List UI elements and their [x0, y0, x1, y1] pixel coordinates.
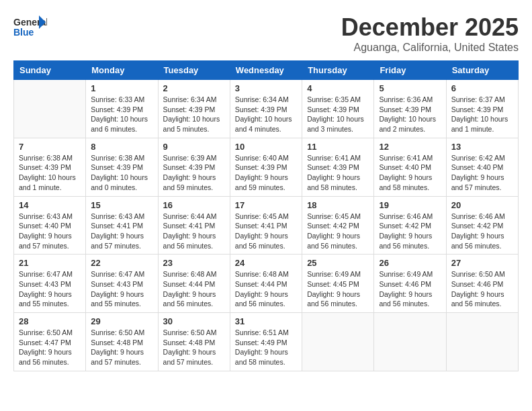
calendar-day-cell: 15Sunrise: 6:43 AM Sunset: 4:41 PM Dayli…: [86, 196, 158, 255]
calendar-empty-cell: [14, 80, 86, 138]
day-number: 8: [91, 142, 152, 152]
day-info: Sunrise: 6:36 AM Sunset: 4:39 PM Dayligh…: [379, 95, 441, 134]
calendar-day-cell: 5Sunrise: 6:36 AM Sunset: 4:39 PM Daylig…: [374, 80, 446, 138]
day-number: 16: [163, 200, 225, 210]
day-info: Sunrise: 6:39 AM Sunset: 4:39 PM Dayligh…: [163, 153, 225, 193]
day-number: 24: [235, 258, 297, 268]
day-info: Sunrise: 6:47 AM Sunset: 4:43 PM Dayligh…: [19, 269, 81, 309]
weekday-header-tuesday: Tuesday: [158, 61, 230, 80]
calendar-day-cell: 14Sunrise: 6:43 AM Sunset: 4:40 PM Dayli…: [14, 196, 86, 255]
day-number: 1: [91, 83, 152, 93]
calendar-week-row: 21Sunrise: 6:47 AM Sunset: 4:43 PM Dayli…: [14, 255, 519, 313]
day-number: 15: [91, 200, 152, 210]
calendar-day-cell: 28Sunrise: 6:50 AM Sunset: 4:47 PM Dayli…: [14, 313, 86, 371]
day-number: 2: [163, 83, 225, 93]
calendar-day-cell: 18Sunrise: 6:45 AM Sunset: 4:42 PM Dayli…: [302, 196, 374, 255]
calendar-day-cell: 10Sunrise: 6:40 AM Sunset: 4:39 PM Dayli…: [230, 138, 302, 196]
calendar-empty-cell: [374, 313, 446, 371]
day-number: 4: [307, 83, 369, 93]
calendar-day-cell: 16Sunrise: 6:44 AM Sunset: 4:41 PM Dayli…: [158, 196, 230, 255]
day-info: Sunrise: 6:42 AM Sunset: 4:40 PM Dayligh…: [451, 153, 513, 193]
calendar-week-row: 28Sunrise: 6:50 AM Sunset: 4:47 PM Dayli…: [14, 313, 519, 371]
logo-icon: General Blue: [13, 13, 47, 40]
day-info: Sunrise: 6:50 AM Sunset: 4:48 PM Dayligh…: [163, 328, 225, 367]
day-number: 13: [451, 142, 513, 152]
calendar-day-cell: 3Sunrise: 6:34 AM Sunset: 4:39 PM Daylig…: [230, 80, 302, 138]
calendar-day-cell: 4Sunrise: 6:35 AM Sunset: 4:39 PM Daylig…: [302, 80, 374, 138]
day-info: Sunrise: 6:46 AM Sunset: 4:42 PM Dayligh…: [451, 212, 513, 251]
calendar-empty-cell: [446, 313, 518, 371]
day-number: 26: [379, 258, 441, 268]
calendar-day-cell: 8Sunrise: 6:38 AM Sunset: 4:39 PM Daylig…: [86, 138, 158, 196]
day-info: Sunrise: 6:33 AM Sunset: 4:39 PM Dayligh…: [91, 95, 152, 134]
calendar-day-cell: 11Sunrise: 6:41 AM Sunset: 4:39 PM Dayli…: [302, 138, 374, 196]
day-info: Sunrise: 6:49 AM Sunset: 4:46 PM Dayligh…: [379, 269, 441, 309]
calendar-day-cell: 1Sunrise: 6:33 AM Sunset: 4:39 PM Daylig…: [86, 80, 158, 138]
calendar-day-cell: 29Sunrise: 6:50 AM Sunset: 4:48 PM Dayli…: [86, 313, 158, 371]
weekday-header-wednesday: Wednesday: [230, 61, 302, 80]
day-info: Sunrise: 6:50 AM Sunset: 4:48 PM Dayligh…: [91, 328, 152, 367]
day-number: 20: [451, 200, 513, 210]
day-number: 30: [163, 316, 225, 326]
calendar-day-cell: 31Sunrise: 6:51 AM Sunset: 4:49 PM Dayli…: [230, 313, 302, 371]
day-info: Sunrise: 6:49 AM Sunset: 4:45 PM Dayligh…: [307, 269, 369, 309]
calendar-empty-cell: [302, 313, 374, 371]
weekday-header-saturday: Saturday: [446, 61, 518, 80]
day-number: 21: [19, 258, 81, 268]
weekday-header-monday: Monday: [86, 61, 158, 80]
day-info: Sunrise: 6:50 AM Sunset: 4:47 PM Dayligh…: [19, 328, 81, 367]
calendar-day-cell: 6Sunrise: 6:37 AM Sunset: 4:39 PM Daylig…: [446, 80, 518, 138]
day-info: Sunrise: 6:34 AM Sunset: 4:39 PM Dayligh…: [163, 95, 225, 134]
day-number: 19: [379, 200, 441, 210]
day-number: 7: [19, 142, 81, 152]
day-info: Sunrise: 6:35 AM Sunset: 4:39 PM Dayligh…: [307, 95, 369, 134]
weekday-header-friday: Friday: [374, 61, 446, 80]
day-number: 25: [307, 258, 369, 268]
location-title: Aguanga, California, United States: [341, 42, 519, 54]
calendar-day-cell: 2Sunrise: 6:34 AM Sunset: 4:39 PM Daylig…: [158, 80, 230, 138]
day-info: Sunrise: 6:48 AM Sunset: 4:44 PM Dayligh…: [235, 269, 297, 309]
day-info: Sunrise: 6:50 AM Sunset: 4:46 PM Dayligh…: [451, 269, 513, 309]
day-number: 29: [91, 316, 152, 326]
day-info: Sunrise: 6:48 AM Sunset: 4:44 PM Dayligh…: [163, 269, 225, 309]
calendar-day-cell: 30Sunrise: 6:50 AM Sunset: 4:48 PM Dayli…: [158, 313, 230, 371]
calendar-day-cell: 26Sunrise: 6:49 AM Sunset: 4:46 PM Dayli…: [374, 255, 446, 313]
day-info: Sunrise: 6:47 AM Sunset: 4:43 PM Dayligh…: [91, 269, 152, 309]
calendar-day-cell: 12Sunrise: 6:41 AM Sunset: 4:40 PM Dayli…: [374, 138, 446, 196]
day-number: 9: [163, 142, 225, 152]
day-number: 12: [379, 142, 441, 152]
day-info: Sunrise: 6:41 AM Sunset: 4:40 PM Dayligh…: [379, 153, 441, 193]
day-info: Sunrise: 6:44 AM Sunset: 4:41 PM Dayligh…: [163, 212, 225, 251]
day-number: 14: [19, 200, 81, 210]
day-number: 27: [451, 258, 513, 268]
calendar-day-cell: 25Sunrise: 6:49 AM Sunset: 4:45 PM Dayli…: [302, 255, 374, 313]
day-info: Sunrise: 6:45 AM Sunset: 4:41 PM Dayligh…: [235, 212, 297, 251]
calendar-day-cell: 9Sunrise: 6:39 AM Sunset: 4:39 PM Daylig…: [158, 138, 230, 196]
day-info: Sunrise: 6:43 AM Sunset: 4:40 PM Dayligh…: [19, 212, 81, 251]
day-info: Sunrise: 6:46 AM Sunset: 4:42 PM Dayligh…: [379, 212, 441, 251]
calendar-week-row: 7Sunrise: 6:38 AM Sunset: 4:39 PM Daylig…: [14, 138, 519, 196]
day-info: Sunrise: 6:45 AM Sunset: 4:42 PM Dayligh…: [307, 212, 369, 251]
month-title: December 2025: [341, 13, 519, 42]
day-info: Sunrise: 6:51 AM Sunset: 4:49 PM Dayligh…: [235, 328, 297, 367]
day-number: 6: [451, 83, 513, 93]
day-number: 5: [379, 83, 441, 93]
logo: General Blue: [13, 13, 47, 40]
calendar-day-cell: 24Sunrise: 6:48 AM Sunset: 4:44 PM Dayli…: [230, 255, 302, 313]
day-info: Sunrise: 6:41 AM Sunset: 4:39 PM Dayligh…: [307, 153, 369, 193]
day-number: 31: [235, 316, 297, 326]
day-info: Sunrise: 6:43 AM Sunset: 4:41 PM Dayligh…: [91, 212, 152, 251]
calendar-week-row: 14Sunrise: 6:43 AM Sunset: 4:40 PM Dayli…: [14, 196, 519, 255]
weekday-header-sunday: Sunday: [14, 61, 86, 80]
calendar-day-cell: 20Sunrise: 6:46 AM Sunset: 4:42 PM Dayli…: [446, 196, 518, 255]
day-number: 17: [235, 200, 297, 210]
svg-text:Blue: Blue: [13, 27, 34, 38]
day-info: Sunrise: 6:40 AM Sunset: 4:39 PM Dayligh…: [235, 153, 297, 193]
day-info: Sunrise: 6:34 AM Sunset: 4:39 PM Dayligh…: [235, 95, 297, 134]
calendar-day-cell: 17Sunrise: 6:45 AM Sunset: 4:41 PM Dayli…: [230, 196, 302, 255]
day-info: Sunrise: 6:37 AM Sunset: 4:39 PM Dayligh…: [451, 95, 513, 134]
page-header: General Blue December 2025 Aguanga, Cali…: [13, 13, 519, 54]
calendar-day-cell: 7Sunrise: 6:38 AM Sunset: 4:39 PM Daylig…: [14, 138, 86, 196]
calendar-day-cell: 23Sunrise: 6:48 AM Sunset: 4:44 PM Dayli…: [158, 255, 230, 313]
calendar-day-cell: 19Sunrise: 6:46 AM Sunset: 4:42 PM Dayli…: [374, 196, 446, 255]
